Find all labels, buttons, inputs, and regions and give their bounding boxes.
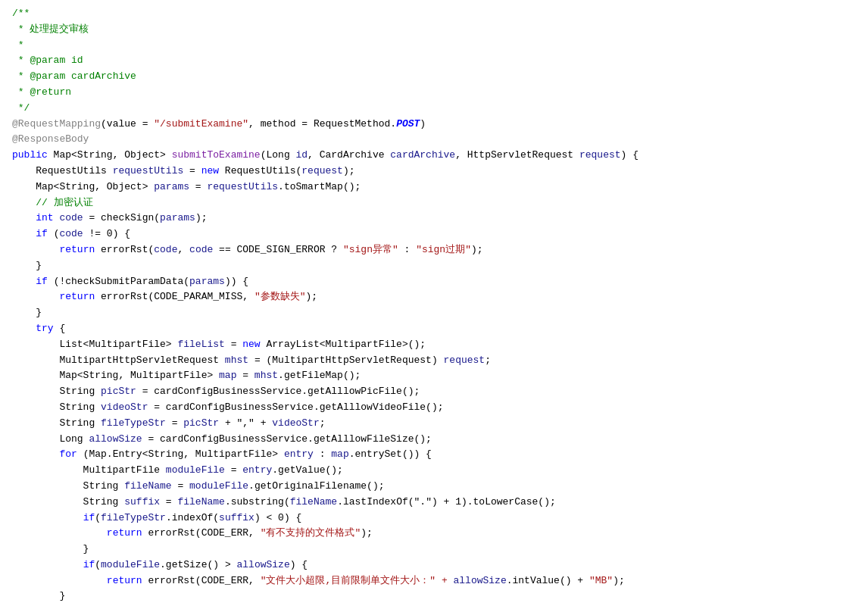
code-token: .indexOf( [166, 511, 219, 526]
code-token: id [295, 148, 308, 164]
code-token: new [201, 164, 219, 180]
code-token: 处理提交审核 [30, 22, 89, 38]
code-token: = [236, 368, 254, 384]
code-token: , [177, 242, 189, 258]
code-token: ( [48, 226, 60, 242]
code-token: request [444, 353, 486, 369]
code-token: int [36, 211, 53, 226]
code-token [54, 211, 60, 226]
code-token: @param [30, 53, 65, 69]
code-line: } [0, 258, 868, 274]
code-token: mhst [225, 353, 248, 369]
code-token: @return [30, 85, 71, 101]
code-token: fileName [177, 495, 224, 511]
code-token: String [12, 384, 101, 400]
code-line: if(fileTypeStr.indexOf(suffix) < 0) { [0, 511, 868, 526]
code-token: String [12, 495, 124, 511]
code-token: MultipartFile [12, 463, 166, 479]
code-token: entry [284, 447, 314, 463]
code-token [12, 558, 83, 573]
code-line: return errorRst(CODE_ERR, "有不支持的文件格式"); [0, 526, 868, 542]
code-token: suffix [124, 495, 160, 511]
code-token: code [154, 242, 177, 258]
code-token: errorRst(CODE_ERR, [142, 526, 261, 542]
code-token: )) { [225, 274, 248, 290]
code-token: ) { [621, 148, 639, 164]
code-token: if [83, 511, 95, 526]
code-token: = [225, 337, 242, 353]
code-token: ); [613, 573, 625, 589]
code-line: * @param cardArchive [0, 69, 868, 85]
code-token: = (MultipartHttpServletRequest) [248, 353, 443, 369]
code-token: .getSize() > [160, 558, 236, 573]
code-token: fileTypeStr [101, 416, 166, 432]
code-line: @ResponseBody [0, 132, 868, 148]
code-token: = cardConfigBusinessService.getAlllowFil… [142, 432, 432, 448]
code-token: moduleFile [101, 558, 160, 573]
code-token: = [166, 416, 183, 432]
code-token: ( [95, 558, 101, 573]
code-token: videoStr [272, 416, 319, 432]
code-token: ( [95, 511, 101, 526]
code-token [12, 526, 107, 542]
code-token: @ResponseBody [12, 132, 89, 148]
code-token: errorRst(CODE_PARAM_MISS, [95, 289, 254, 305]
code-token: * [12, 85, 30, 101]
code-token: (Long [261, 148, 296, 164]
code-token: } [12, 258, 42, 274]
code-line: @RequestMapping(value = "/submitExamine"… [0, 117, 868, 133]
code-token: (Map.Entry<String, MultipartFile> [77, 447, 284, 463]
code-token: picStr [183, 416, 219, 432]
code-token: /** [12, 6, 30, 22]
code-token: code [59, 211, 83, 226]
code-token: != 0) { [83, 226, 130, 242]
code-line: if (code != 0) { [0, 226, 868, 242]
code-token: return [59, 242, 95, 258]
code-token: Map<String, MultipartFile> [12, 368, 219, 384]
code-token: params [160, 211, 195, 226]
code-token: , method = RequestMethod. [248, 117, 396, 133]
code-token: = [172, 479, 189, 495]
code-content: /** * 处理提交审核 * * @param id * @param card… [0, 6, 868, 604]
code-line: List<MultipartFile> fileList = new Array… [0, 337, 868, 353]
code-line: } [0, 589, 868, 604]
code-token: = [225, 463, 242, 479]
code-line: for (Map.Entry<String, MultipartFile> en… [0, 447, 868, 463]
code-line: */ [0, 101, 868, 117]
code-line: RequestUtils requestUtils = new RequestU… [0, 164, 868, 180]
code-line: * 处理提交审核 [0, 22, 868, 38]
code-token: Map<String, Object> [12, 180, 154, 195]
code-line: return errorRst(code, code == CODE_SIGN_… [0, 242, 868, 258]
code-token: Map<String, Object> [48, 148, 172, 164]
code-token: } [12, 542, 89, 558]
code-token: .intValue() + [507, 573, 589, 589]
code-token: map [219, 368, 236, 384]
code-token: ); [361, 526, 373, 542]
code-token: return [107, 526, 142, 542]
code-token: ; [485, 353, 491, 369]
code-token: */ [12, 101, 30, 117]
code-token [12, 274, 36, 290]
code-token: return [59, 289, 95, 305]
code-token [12, 321, 36, 337]
code-line: if (!checkSubmitParamData(params)) { [0, 274, 868, 290]
code-line: return errorRst(CODE_ERR, "文件大小超限,目前限制单文… [0, 573, 868, 589]
code-line: Map<String, MultipartFile> map = mhst.ge… [0, 368, 868, 384]
code-line: String fileTypeStr = picStr + "," + vide… [0, 416, 868, 432]
code-token: ); [195, 211, 208, 226]
code-token [12, 447, 59, 463]
code-line: return errorRst(CODE_PARAM_MISS, "参数缺失")… [0, 289, 868, 305]
code-line: String videoStr = cardConfigBusinessServ… [0, 400, 868, 416]
code-token: String [12, 400, 101, 416]
code-line: * @param id [0, 53, 868, 69]
code-token: public [12, 148, 48, 164]
code-token: errorRst(CODE_ERR, [142, 573, 261, 589]
code-token: String [12, 479, 124, 495]
code-token: RequestUtils [12, 164, 113, 180]
code-token: .getOriginalFilename(); [248, 479, 384, 495]
code-token: fileName [124, 479, 171, 495]
code-token: picStr [101, 384, 136, 400]
code-token: if [36, 274, 48, 290]
code-line: * [0, 38, 868, 54]
code-token: Long [12, 432, 89, 448]
